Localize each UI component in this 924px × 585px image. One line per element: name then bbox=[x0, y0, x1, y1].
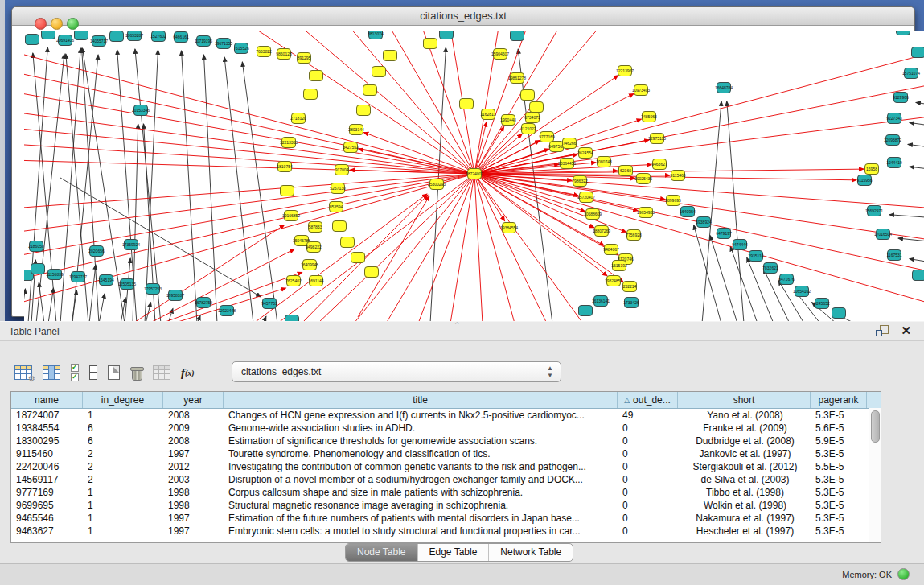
graph-node[interactable]: 19654923 bbox=[637, 208, 655, 218]
cell-short[interactable]: Yano et al. (2008) bbox=[678, 409, 811, 422]
cell-name[interactable]: 18300295 bbox=[11, 435, 83, 447]
graph-node[interactable]: 252214 bbox=[623, 282, 637, 292]
cell-in_degree[interactable]: 6 bbox=[83, 422, 163, 435]
graph-node[interactable] bbox=[304, 89, 318, 100]
cell-out_de[interactable]: 0 bbox=[618, 447, 678, 460]
graph-node[interactable]: 25300293 bbox=[428, 179, 446, 190]
delete-trash-icon[interactable] bbox=[130, 366, 142, 380]
graph-node[interactable]: 9227343 bbox=[886, 113, 902, 124]
graph-node[interactable]: 9474444 bbox=[732, 240, 748, 250]
cell-title[interactable]: Investigating the contribution of common… bbox=[224, 460, 618, 473]
graph-node[interactable]: 19861278 bbox=[508, 73, 526, 84]
cell-out_de[interactable]: 0 bbox=[618, 512, 678, 525]
cell-name[interactable]: 19384554 bbox=[11, 422, 83, 435]
cell-title[interactable]: Genome-wide association studies in ADHD. bbox=[224, 422, 618, 435]
graph-node[interactable] bbox=[110, 31, 124, 42]
network-canvas[interactable]: 2069140614055717106532871527602646616110… bbox=[24, 31, 924, 322]
graph-node[interactable]: 19166852 bbox=[282, 211, 300, 221]
cell-in_degree[interactable]: 2 bbox=[83, 460, 163, 473]
cell-short[interactable]: de Silva et al. (2003) bbox=[678, 473, 811, 486]
cell-title[interactable]: Disruption of a novel member of a sodium… bbox=[224, 473, 618, 486]
graph-node[interactable]: 10654162 bbox=[793, 286, 811, 297]
graph-node[interactable]: 1167531 bbox=[886, 250, 901, 261]
graph-node[interactable]: 8471676 bbox=[778, 274, 795, 285]
graph-node[interactable] bbox=[521, 90, 535, 101]
graph-node[interactable]: 15958 bbox=[865, 164, 879, 175]
graph-node[interactable]: 15904507 bbox=[491, 49, 509, 60]
cell-in_degree[interactable]: 2 bbox=[83, 473, 163, 486]
cell-short[interactable]: Jankovic et al. (1997) bbox=[678, 447, 811, 460]
cell-pagerank[interactable]: 5.3E-5 bbox=[811, 525, 867, 538]
graph-node[interactable] bbox=[310, 71, 323, 81]
cell-pagerank[interactable]: 5.3E-5 bbox=[811, 473, 867, 486]
function-builder-icon[interactable]: f(x) bbox=[181, 362, 195, 383]
table-row[interactable]: 969969511998Structural magnetic resonanc… bbox=[11, 499, 881, 512]
cell-out_de[interactable]: 49 bbox=[618, 409, 678, 422]
cell-short[interactable]: Stergiakouli et al. (2012) bbox=[678, 460, 811, 473]
tab-edge-table[interactable]: Edge Table bbox=[418, 544, 490, 561]
cell-title[interactable]: Corpus callosum shape and size in male p… bbox=[224, 486, 618, 499]
graph-node[interactable]: 15751074 bbox=[902, 68, 920, 79]
cell-pagerank[interactable]: 5.3E-5 bbox=[811, 447, 867, 460]
cell-year[interactable]: 2003 bbox=[163, 473, 224, 486]
graph-node[interactable] bbox=[372, 67, 386, 77]
graph-node[interactable] bbox=[384, 51, 397, 61]
graph-node[interactable]: 3624554 bbox=[577, 148, 593, 159]
graph-node[interactable]: 11156839 bbox=[46, 270, 64, 280]
close-icon[interactable]: ✕ bbox=[901, 323, 911, 338]
graph-node[interactable] bbox=[365, 267, 379, 278]
cell-short[interactable]: Franke et al. (2009) bbox=[678, 422, 811, 435]
graph-node[interactable]: 1121022 bbox=[520, 124, 536, 134]
graph-node[interactable]: 1080748 bbox=[596, 157, 612, 167]
graph-node[interactable]: 6734073 bbox=[524, 113, 540, 123]
cell-year[interactable]: 1998 bbox=[163, 486, 224, 499]
graph-node[interactable]: 9245652 bbox=[814, 299, 830, 309]
graph-node[interactable] bbox=[26, 35, 39, 45]
table-row[interactable]: 977716911998Corpus callosum shape and si… bbox=[11, 486, 881, 499]
cell-pagerank[interactable]: 5.9E-5 bbox=[811, 435, 867, 447]
column-header-in_degree[interactable]: in_degree bbox=[83, 392, 163, 408]
cell-year[interactable]: 2012 bbox=[163, 460, 224, 473]
graph-node[interactable]: 62160 bbox=[619, 166, 633, 176]
graph-node[interactable]: 9115956 bbox=[856, 175, 872, 186]
graph-node[interactable]: 12213967 bbox=[616, 66, 634, 76]
graph-node[interactable]: 1640954 bbox=[680, 207, 696, 217]
cell-name[interactable]: 9699695 bbox=[11, 499, 83, 512]
column-header-year[interactable]: year bbox=[163, 392, 224, 408]
cell-in_degree[interactable]: 2 bbox=[83, 447, 163, 460]
column-header-out_de[interactable]: △out_de... bbox=[618, 392, 678, 408]
cell-out_de[interactable]: 0 bbox=[618, 460, 678, 473]
graph-node[interactable] bbox=[42, 31, 55, 39]
graph-node[interactable]: 853594 bbox=[330, 202, 343, 212]
graph-node[interactable]: 18807269 bbox=[593, 226, 610, 237]
cell-year[interactable]: 2008 bbox=[163, 435, 224, 447]
graph-node[interactable] bbox=[341, 237, 355, 248]
cell-pagerank[interactable]: 5.3E-5 bbox=[811, 486, 867, 499]
cell-pagerank[interactable]: 5.3E-5 bbox=[811, 409, 867, 422]
graph-node[interactable]: 9860128 bbox=[276, 49, 292, 60]
graph-node[interactable]: 1162813 bbox=[480, 109, 495, 120]
cell-name[interactable]: 9115460 bbox=[11, 447, 83, 460]
graph-node[interactable]: 16136141 bbox=[592, 296, 610, 307]
graph-node[interactable]: 16782759 bbox=[195, 298, 212, 308]
select-all-icon[interactable]: ✓✓ bbox=[71, 362, 79, 383]
graph-node[interactable]: 5267130 bbox=[330, 183, 346, 194]
merge-rows-icon[interactable] bbox=[89, 362, 97, 383]
graph-node[interactable]: 9899695 bbox=[665, 196, 681, 206]
graph-node[interactable] bbox=[579, 306, 593, 316]
table-row[interactable]: 911546021997Tourette syndrome. Phenomeno… bbox=[11, 447, 881, 460]
graph-node[interactable]: 7986322 bbox=[572, 176, 588, 187]
graph-node[interactable]: 19958187 bbox=[166, 290, 184, 301]
cell-in_degree[interactable]: 1 bbox=[83, 525, 163, 538]
graph-node[interactable]: 12505135 bbox=[118, 279, 136, 290]
graph-node[interactable]: 10025436 bbox=[634, 174, 652, 184]
graph-node[interactable]: 16409948 bbox=[301, 260, 318, 270]
table-row[interactable]: 1830029562008Estimation of significance … bbox=[11, 435, 881, 447]
graph-node[interactable]: 20691406 bbox=[56, 35, 74, 46]
panel-resize-handle[interactable]: ∴ bbox=[455, 322, 468, 326]
graph-node[interactable] bbox=[333, 221, 347, 232]
graph-node[interactable] bbox=[832, 308, 846, 319]
graph-node[interactable]: 2935114 bbox=[748, 251, 763, 262]
graph-node[interactable]: 15720407 bbox=[577, 192, 595, 203]
graph-node[interactable]: 1244419 bbox=[886, 158, 902, 168]
